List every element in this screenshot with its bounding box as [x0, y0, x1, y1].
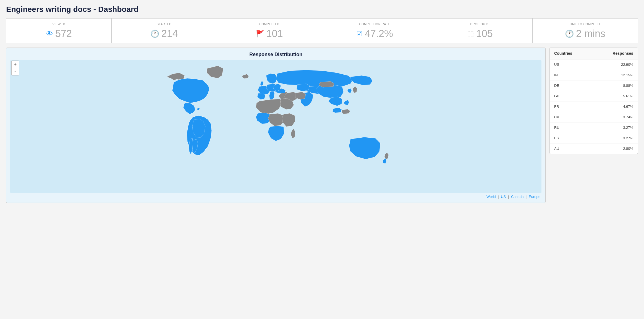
flag-icon: 🚩 [256, 30, 264, 38]
dropout-icon: ⬚ [467, 30, 474, 38]
map-footer: World | US | Canada | Europe [10, 193, 541, 199]
clock-icon-time: 🕐 [565, 30, 574, 38]
column-header-countries: Countries [550, 48, 592, 59]
country-code: IN [550, 70, 592, 80]
country-percentage: 8.88% [592, 80, 638, 91]
table-row: DE 8.88% [550, 80, 638, 91]
country-code: CA [550, 112, 592, 122]
stat-started: STARTED 🕐 214 [112, 19, 217, 43]
country-percentage: 5.61% [592, 91, 638, 101]
country-percentage: 12.15% [592, 70, 638, 80]
stat-completion-rate: COMPLETION RATE ☑ 47.2% [322, 19, 427, 43]
map-controls: + - [11, 61, 19, 75]
main-content: Response Distribution + - [6, 48, 638, 203]
region-link-canada[interactable]: Canada [511, 195, 524, 199]
table-header-row: Countries Responses [550, 48, 638, 59]
table-panel: Countries Responses US 22.90% IN 12.15% … [549, 48, 638, 154]
dropout-value: 105 [476, 28, 493, 40]
table-row: FR 4.67% [550, 101, 638, 112]
world-map [10, 60, 541, 193]
table-row: AU 2.80% [550, 143, 638, 154]
country-code: US [550, 59, 592, 70]
table-row: ES 3.27% [550, 133, 638, 143]
checkmark-icon: ☑ [356, 30, 363, 38]
map-panel: Response Distribution + - [6, 48, 546, 203]
region-link-world[interactable]: World [486, 195, 496, 199]
country-code: GB [550, 91, 592, 101]
country-percentage: 2.80% [592, 143, 638, 154]
country-percentage: 3.74% [592, 112, 638, 122]
table-row: CA 3.74% [550, 112, 638, 122]
country-code: AU [550, 143, 592, 154]
table-row: RU 3.27% [550, 122, 638, 133]
eye-icon: 👁 [46, 30, 53, 38]
map-title: Response Distribution [10, 52, 541, 57]
table-row: US 22.90% [550, 59, 638, 70]
region-link-us[interactable]: US [501, 195, 506, 199]
zoom-in-button[interactable]: + [12, 61, 19, 68]
country-percentage: 4.67% [592, 101, 638, 112]
country-code: FR [550, 101, 592, 112]
country-percentage: 22.90% [592, 59, 638, 70]
country-percentage: 3.27% [592, 133, 638, 143]
page-title: Engineers writing docs - Dashboard [6, 5, 638, 14]
table-row: IN 12.15% [550, 70, 638, 80]
country-code: RU [550, 122, 592, 133]
started-value: 214 [161, 28, 178, 40]
completed-value: 101 [266, 28, 283, 40]
country-code: DE [550, 80, 592, 91]
viewed-value: 572 [55, 28, 72, 40]
country-percentage: 3.27% [592, 122, 638, 133]
stat-completed: COMPLETED 🚩 101 [217, 19, 322, 43]
completion-rate-value: 47.2% [365, 28, 393, 40]
stat-time-to-complete: TIME TO COMPLETE 🕐 2 mins [533, 19, 638, 43]
clock-icon-started: 🕐 [150, 30, 159, 38]
country-table-scroll[interactable]: Countries Responses US 22.90% IN 12.15% … [550, 48, 638, 154]
column-header-responses: Responses [592, 48, 638, 59]
region-link-europe[interactable]: Europe [529, 195, 540, 199]
table-row: GB 5.61% [550, 91, 638, 101]
country-code: ES [550, 133, 592, 143]
country-table: Countries Responses US 22.90% IN 12.15% … [550, 48, 638, 154]
time-to-complete-value: 2 mins [576, 28, 605, 40]
stat-viewed: VIEWED 👁 572 [6, 19, 112, 43]
stat-dropouts: DROP OUTS ⬚ 105 [427, 19, 533, 43]
zoom-out-button[interactable]: - [12, 68, 19, 75]
stats-bar: VIEWED 👁 572 STARTED 🕐 214 COMPLETED 🚩 1… [6, 18, 638, 43]
